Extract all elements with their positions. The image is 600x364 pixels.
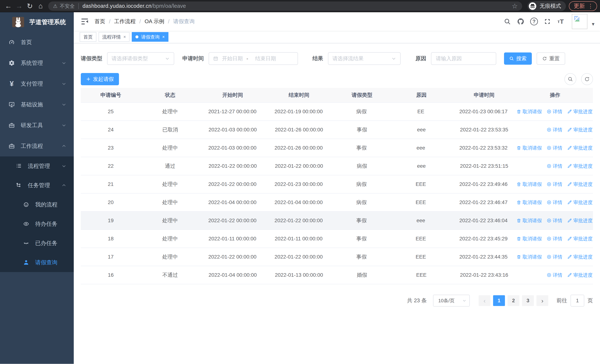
workflow-submenu: 流程管理 任务管理 我的流程 待办任务: [0, 156, 74, 272]
browser-reload-icon[interactable]: ↻: [24, 1, 35, 11]
tab-home[interactable]: 首页: [80, 32, 96, 42]
pen-icon: [567, 164, 572, 168]
row-action-detail-link[interactable]: 详情: [547, 272, 562, 278]
address-bar[interactable]: ⚠ 不安全 dashboard.yudao.iocoder.cn/bpm/oa/…: [48, 1, 522, 11]
row-action-progress-link[interactable]: 审批进度: [567, 199, 593, 206]
row-action-detail-link[interactable]: 详情: [547, 163, 562, 169]
header-search-icon[interactable]: [501, 16, 513, 28]
browser-back-icon[interactable]: ←: [3, 1, 14, 11]
next-page-button[interactable]: ›: [536, 295, 548, 306]
dashboard-icon: [7, 39, 16, 45]
reason-input[interactable]: [431, 52, 496, 65]
create-leave-button[interactable]: 发起请假: [81, 73, 119, 85]
eye-icon: [547, 254, 552, 259]
goto-page-input[interactable]: [571, 295, 584, 307]
github-icon[interactable]: [515, 16, 527, 28]
row-action-progress-link[interactable]: 审批进度: [567, 272, 593, 278]
active-tab-dot: [135, 35, 138, 38]
row-action-cancel-link[interactable]: 取消请假: [516, 181, 542, 187]
refresh-icon: [584, 76, 590, 82]
sidebar-collapse-icon[interactable]: [80, 17, 89, 26]
sidebar-item-leave-query[interactable]: 请假查询: [0, 253, 74, 272]
chevron-down-icon: [391, 56, 396, 61]
tab-close-icon[interactable]: ×: [162, 35, 165, 39]
browser-update-button[interactable]: 更新 ⋮: [569, 1, 597, 11]
page-button-2[interactable]: 2: [507, 295, 519, 306]
toggle-search-button[interactable]: [564, 73, 576, 85]
row-action-label: 详情: [553, 108, 562, 115]
sidebar-item-task-management[interactable]: 任务管理: [0, 176, 74, 195]
tab-close-icon[interactable]: ×: [123, 35, 126, 39]
row-action-detail-link[interactable]: 详情: [547, 108, 562, 115]
row-action-detail-link[interactable]: 详情: [547, 254, 562, 260]
sidebar-item-home[interactable]: 首页: [0, 32, 74, 53]
page-size-value: 10条/页: [438, 298, 455, 304]
reset-button[interactable]: 重置: [537, 52, 565, 65]
row-action-progress-link[interactable]: 审批进度: [567, 108, 593, 115]
row-action-progress-link[interactable]: 审批进度: [567, 127, 593, 133]
row-action-detail-link[interactable]: 详情: [547, 199, 562, 206]
row-action-progress-link[interactable]: 审批进度: [567, 254, 593, 260]
plus-icon: [86, 77, 91, 82]
page-size-select[interactable]: 10条/页: [433, 295, 470, 307]
breadcrumb-item-home[interactable]: 首页: [94, 18, 105, 25]
fullscreen-icon[interactable]: [542, 16, 553, 28]
row-action-progress-link[interactable]: 审批进度: [567, 181, 593, 187]
refresh-table-button[interactable]: [581, 73, 593, 85]
row-action-cancel-link[interactable]: 取消请假: [516, 145, 542, 151]
tab-process-detail[interactable]: 流程详情 ×: [99, 32, 130, 42]
sidebar-item-system[interactable]: 系统管理: [0, 53, 74, 73]
row-action-progress-link[interactable]: 审批进度: [567, 217, 593, 224]
sidebar-item-dev-tools[interactable]: 研发工具: [0, 115, 74, 136]
page-button-1[interactable]: 1: [493, 295, 505, 306]
row-action-progress-link[interactable]: 审批进度: [567, 235, 593, 242]
leave-type-select[interactable]: 请选择请假类型: [107, 52, 174, 65]
cell-actions: 取消请假详情审批进度: [516, 199, 593, 206]
update-label: 更新: [574, 2, 585, 10]
bookmark-star-icon[interactable]: ☆: [510, 2, 520, 10]
result-select[interactable]: 请选择流结果: [328, 52, 401, 65]
row-action-progress-link[interactable]: 审批进度: [567, 163, 593, 169]
sidebar-item-done-tasks[interactable]: 已办任务: [0, 233, 74, 253]
cell-actions: 取消请假详情审批进度: [516, 181, 593, 187]
apply-time-range-picker[interactable]: 开始日期 - 结束日期: [209, 52, 298, 65]
row-action-progress-link[interactable]: 审批进度: [567, 145, 593, 151]
help-icon[interactable]: ?: [528, 16, 540, 28]
breadcrumb-item-oa-example[interactable]: OA 示例: [145, 18, 164, 25]
cell-reason: eee: [392, 127, 451, 133]
search-button[interactable]: 搜索: [504, 52, 532, 65]
browser-menu-dots-icon[interactable]: ⋮: [587, 3, 594, 9]
row-action-cancel-link[interactable]: 取消请假: [516, 235, 542, 242]
row-action-detail-link[interactable]: 详情: [547, 217, 562, 224]
security-chip[interactable]: ⚠ 不安全: [53, 3, 75, 9]
prev-page-button[interactable]: ‹: [479, 295, 490, 306]
cell-actions: 取消请假详情审批进度: [516, 235, 593, 242]
sidebar-item-workflow[interactable]: 工作流程: [0, 136, 74, 156]
row-action-detail-link[interactable]: 详情: [547, 127, 562, 133]
browser-forward-icon[interactable]: →: [14, 1, 24, 11]
browser-home-icon[interactable]: ⌂: [35, 1, 46, 11]
sidebar-item-process-management[interactable]: 流程管理: [0, 156, 74, 176]
page-unit-label: 页: [588, 297, 593, 304]
tab-leave-query[interactable]: 请假查询 ×: [132, 32, 168, 42]
sidebar-item-todo-tasks[interactable]: 待办任务: [0, 214, 74, 233]
row-action-detail-link[interactable]: 详情: [547, 145, 562, 151]
sidebar-item-payment[interactable]: ¥ 支付管理: [0, 73, 74, 94]
page-button-3[interactable]: 3: [522, 295, 534, 306]
sidebar-item-my-process[interactable]: 我的流程: [0, 195, 74, 214]
font-size-icon[interactable]: тT: [555, 16, 567, 28]
leave-table: 申请编号 状态 开始时间 结束时间 请假类型 原因 申请时间 操作 25 处理中…: [81, 88, 593, 284]
row-action-detail-link[interactable]: 详情: [547, 235, 562, 242]
start-date-placeholder: 开始日期: [222, 55, 243, 62]
row-action-cancel-link[interactable]: 取消请假: [516, 199, 542, 206]
breadcrumb-item-workflow[interactable]: 工作流程: [114, 18, 136, 25]
row-action-detail-link[interactable]: 详情: [547, 181, 562, 187]
row-action-label: 详情: [553, 199, 562, 206]
avatar[interactable]: [572, 14, 587, 29]
sidebar-item-infrastructure[interactable]: 基础设施: [0, 94, 74, 115]
sidebar-item-label: 支付管理: [21, 80, 62, 88]
row-action-cancel-link[interactable]: 取消请假: [516, 254, 542, 260]
avatar-caret-down-icon[interactable]: ▾: [592, 21, 594, 27]
row-action-cancel-link[interactable]: 取消请假: [516, 217, 542, 224]
row-action-cancel-link[interactable]: 取消请假: [516, 108, 542, 115]
